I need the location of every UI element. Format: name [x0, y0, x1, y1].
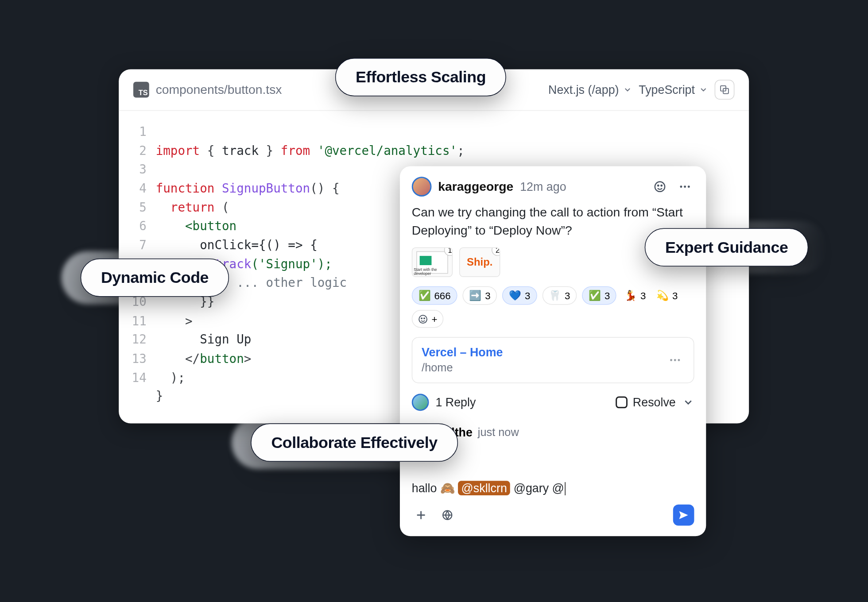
more-icon: [668, 354, 682, 367]
reply-avatar[interactable]: [412, 394, 429, 411]
reaction-pill[interactable]: 🦷3: [542, 286, 577, 305]
svg-point-7: [688, 185, 690, 188]
ai-button[interactable]: [438, 506, 457, 525]
link-path: /home: [422, 362, 666, 375]
composer-text[interactable]: hallo 🙈 @skllcrn @gary @: [412, 481, 694, 495]
comment-timestamp: 12m ago: [520, 180, 566, 193]
svg-point-3: [658, 185, 659, 186]
label-pill-expert: Expert Guidance: [645, 228, 809, 266]
smile-icon: [653, 180, 666, 193]
more-button[interactable]: [676, 178, 694, 196]
link-card[interactable]: Vercel – Home /home: [412, 337, 694, 383]
svg-point-4: [661, 185, 662, 186]
svg-point-9: [421, 318, 422, 319]
chevron-down-icon: [699, 85, 708, 94]
attachment-thumb[interactable]: Ship. 2: [459, 247, 500, 277]
svg-point-8: [419, 315, 427, 323]
chevron-down-icon[interactable]: [682, 397, 694, 409]
add-reaction-button[interactable]: +: [412, 310, 443, 328]
comment-composer[interactable]: hallo 🙈 @skllcrn @gary @: [412, 481, 694, 526]
more-icon: [678, 180, 692, 193]
send-button[interactable]: [673, 505, 694, 526]
mention-pill[interactable]: @skllcrn: [458, 481, 510, 495]
svg-point-5: [680, 185, 682, 188]
emoji-button[interactable]: [651, 178, 669, 196]
checkbox-icon: [616, 397, 628, 409]
chevron-down-icon: [623, 85, 632, 94]
resolve-button[interactable]: Resolve: [616, 395, 676, 409]
reply-row: 1 Reply Resolve: [412, 394, 694, 411]
reaction-pill[interactable]: 💃3: [622, 287, 648, 304]
plus-icon: [415, 509, 427, 521]
reaction-pill[interactable]: 💫3: [654, 287, 680, 304]
thumb-badge: 2: [492, 247, 500, 256]
reactions-row: ✅666 ➡️3 💙3 🦷3 ✅3 💃3 💫3 +: [412, 286, 694, 328]
svg-point-13: [678, 359, 680, 361]
reply-count[interactable]: 1 Reply: [435, 395, 609, 409]
avatar[interactable]: [412, 177, 432, 197]
svg-point-2: [655, 181, 665, 191]
mention-text: @: [552, 482, 564, 495]
subreply-timestamp: just now: [478, 426, 519, 440]
reaction-pill[interactable]: ✅3: [582, 286, 616, 305]
label-pill-dynamic: Dynamic Code: [81, 259, 229, 297]
comment-username: karaggeorge: [438, 179, 513, 194]
link-more-button[interactable]: [666, 351, 684, 370]
label-pill-scaling: Effortless Scaling: [335, 58, 506, 96]
reaction-pill[interactable]: ✅666: [412, 286, 457, 305]
copy-icon: [719, 85, 730, 95]
comment-header: karaggeorge 12m ago: [412, 177, 694, 197]
send-icon: [678, 509, 690, 521]
comment-card: karaggeorge 12m ago Can we try changing …: [400, 166, 706, 536]
language-dropdown[interactable]: TypeScript: [639, 83, 708, 96]
aperture-icon: [442, 509, 453, 521]
svg-point-12: [674, 359, 676, 361]
framework-dropdown[interactable]: Next.js (/app): [548, 83, 632, 96]
reaction-pill[interactable]: 💙3: [502, 286, 537, 305]
copy-button[interactable]: [715, 80, 735, 100]
text-cursor: [565, 482, 565, 496]
svg-point-11: [670, 359, 672, 361]
svg-point-10: [424, 318, 425, 319]
mention-text: @gary: [514, 482, 549, 495]
typescript-file-icon: TS: [133, 82, 149, 98]
link-title: Vercel – Home: [422, 346, 666, 359]
attachment-thumb[interactable]: Start with the developer 1: [412, 247, 453, 277]
add-attachment-button[interactable]: [412, 506, 430, 525]
svg-point-6: [684, 185, 686, 188]
file-path: components/button.tsx: [156, 82, 282, 97]
emoji-inline: 🙈: [440, 482, 455, 495]
label-pill-collab: Collaborate Effectively: [251, 424, 458, 462]
reaction-pill[interactable]: ➡️3: [463, 286, 497, 305]
smile-plus-icon: [418, 314, 428, 324]
